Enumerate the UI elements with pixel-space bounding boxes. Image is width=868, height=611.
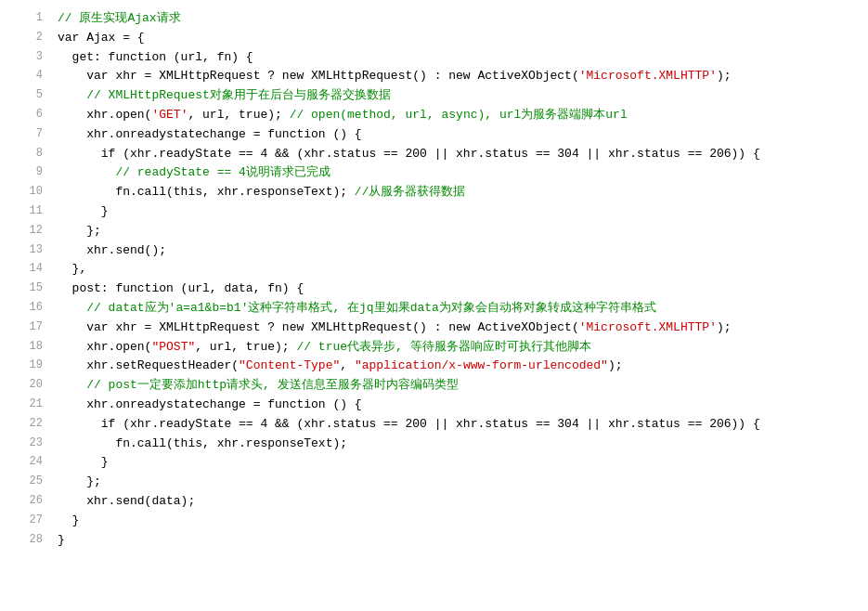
code-line: 15 post: function (url, data, fn) { (15, 280, 853, 299)
code-content: var xhr = XMLHttpRequest ? new XMLHttpRe… (58, 318, 853, 338)
code-line: 1// 原生实现Ajax请求 (15, 9, 853, 29)
code-content: } (58, 453, 853, 473)
code-line: 3 get: function (url, fn) { (15, 48, 853, 68)
code-line: 9 // readyState == 4说明请求已完成 (15, 163, 853, 183)
code-line: 2var Ajax = { (15, 29, 853, 48)
code-line: 14 }, (15, 260, 853, 280)
line-number: 24 (15, 453, 43, 473)
code-content: } (58, 512, 853, 531)
code-content: // 原生实现Ajax请求 (58, 9, 853, 29)
code-content: get: function (url, fn) { (58, 48, 853, 68)
code-content: xhr.onreadystatechange = function () { (58, 396, 853, 415)
code-line: 28} (15, 531, 853, 551)
code-line: 11 } (15, 202, 853, 222)
code-line: 4 var xhr = XMLHttpRequest ? new XMLHttp… (15, 67, 853, 86)
line-number: 25 (15, 473, 43, 492)
code-line: 25 }; (15, 473, 853, 492)
code-content: xhr.onreadystatechange = function () { (58, 125, 853, 145)
code-line: 12 }; (15, 222, 853, 241)
code-content: xhr.open("POST", url, true); // true代表异步… (58, 338, 853, 358)
line-number: 5 (15, 86, 43, 106)
code-line: 21 xhr.onreadystatechange = function () … (15, 396, 853, 415)
line-number: 1 (15, 9, 43, 29)
line-number: 15 (15, 280, 43, 299)
code-content: if (xhr.readyState == 4 && (xhr.status =… (58, 415, 853, 435)
code-line: 7 xhr.onreadystatechange = function () { (15, 125, 853, 145)
code-line: 24 } (15, 453, 853, 473)
line-number: 7 (15, 125, 43, 145)
line-number: 9 (15, 163, 43, 183)
code-content: xhr.send(data); (58, 492, 853, 512)
code-content: xhr.open('GET', url, true); // open(meth… (58, 106, 853, 125)
code-editor: 1// 原生实现Ajax请求2var Ajax = {3 get: functi… (0, 0, 868, 611)
line-number: 27 (15, 512, 43, 531)
line-number: 3 (15, 48, 43, 68)
code-content: // XMLHttpRequest对象用于在后台与服务器交换数据 (58, 86, 853, 106)
code-content: }; (58, 473, 853, 492)
code-line: 17 var xhr = XMLHttpRequest ? new XMLHtt… (15, 318, 853, 338)
line-number: 10 (15, 183, 43, 202)
line-number: 6 (15, 106, 43, 125)
code-content: xhr.setRequestHeader("Content-Type", "ap… (58, 357, 853, 376)
line-number: 14 (15, 260, 43, 280)
code-content: fn.call(this, xhr.responseText); (58, 435, 853, 454)
code-content: } (58, 202, 853, 222)
line-number: 16 (15, 299, 43, 318)
code-line: 5 // XMLHttpRequest对象用于在后台与服务器交换数据 (15, 86, 853, 106)
line-number: 4 (15, 67, 43, 86)
line-number: 13 (15, 241, 43, 261)
code-line: 10 fn.call(this, xhr.responseText); //从服… (15, 183, 853, 202)
code-content: post: function (url, data, fn) { (58, 280, 853, 299)
line-number: 28 (15, 531, 43, 551)
code-line: 16 // datat应为'a=a1&b=b1'这种字符串格式, 在jq里如果d… (15, 299, 853, 318)
line-number: 26 (15, 492, 43, 512)
code-line: 13 xhr.send(); (15, 241, 853, 261)
line-number: 2 (15, 29, 43, 48)
code-content: // datat应为'a=a1&b=b1'这种字符串格式, 在jq里如果data… (58, 299, 853, 318)
code-content: // readyState == 4说明请求已完成 (58, 163, 853, 183)
code-line: 27 } (15, 512, 853, 531)
code-content: if (xhr.readyState == 4 && (xhr.status =… (58, 145, 853, 164)
code-content: var Ajax = { (58, 29, 853, 48)
code-line: 20 // post一定要添加http请求头, 发送信息至服务器时内容编码类型 (15, 376, 853, 396)
code-content: }; (58, 222, 853, 241)
code-line: 22 if (xhr.readyState == 4 && (xhr.statu… (15, 415, 853, 435)
code-content: // post一定要添加http请求头, 发送信息至服务器时内容编码类型 (58, 376, 853, 396)
code-content: var xhr = XMLHttpRequest ? new XMLHttpRe… (58, 67, 853, 86)
line-number: 22 (15, 415, 43, 435)
code-line: 26 xhr.send(data); (15, 492, 853, 512)
code-content: fn.call(this, xhr.responseText); //从服务器获… (58, 183, 853, 202)
line-number: 18 (15, 338, 43, 358)
line-number: 12 (15, 222, 43, 241)
code-line: 18 xhr.open("POST", url, true); // true代… (15, 338, 853, 358)
line-number: 8 (15, 145, 43, 164)
code-line: 19 xhr.setRequestHeader("Content-Type", … (15, 357, 853, 376)
line-number: 11 (15, 202, 43, 222)
code-line: 8 if (xhr.readyState == 4 && (xhr.status… (15, 145, 853, 164)
line-number: 23 (15, 435, 43, 454)
code-line: 6 xhr.open('GET', url, true); // open(me… (15, 106, 853, 125)
code-content: } (58, 531, 853, 551)
line-number: 20 (15, 376, 43, 396)
line-number: 17 (15, 318, 43, 338)
code-content: }, (58, 260, 853, 280)
line-number: 19 (15, 357, 43, 376)
line-number: 21 (15, 396, 43, 415)
code-line: 23 fn.call(this, xhr.responseText); (15, 435, 853, 454)
code-content: xhr.send(); (58, 241, 853, 261)
